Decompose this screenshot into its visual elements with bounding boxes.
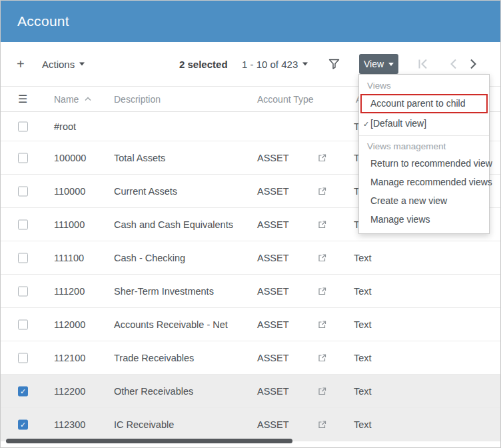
column-header-name-label: Name bbox=[54, 94, 79, 105]
row-checkbox[interactable] bbox=[18, 253, 28, 263]
view-button-label: View bbox=[364, 59, 384, 69]
cell-attribute: Text bbox=[354, 386, 372, 397]
cell-account-type: ASSET bbox=[257, 286, 289, 297]
menu-item-label: Account parent to child bbox=[370, 98, 465, 109]
cell-description: Cash and Cash Equivalents bbox=[114, 219, 233, 230]
cell-description: Sher-Term Investments bbox=[114, 286, 214, 297]
external-link-icon[interactable] bbox=[318, 153, 326, 162]
cell-attribute: Text bbox=[354, 253, 372, 263]
sort-ascending-icon bbox=[85, 97, 91, 101]
menu-item-label: Return to recommended view bbox=[370, 158, 492, 169]
external-link-icon[interactable] bbox=[318, 320, 326, 329]
external-link-icon[interactable] bbox=[318, 387, 326, 395]
column-menu-icon[interactable]: ☰ bbox=[18, 94, 27, 105]
table-row[interactable]: 111100 Cash - Checking ASSET Text bbox=[1, 241, 500, 275]
menu-item[interactable]: Create a new view bbox=[359, 191, 489, 210]
external-link-icon[interactable] bbox=[318, 187, 326, 195]
menu-item[interactable]: Return to recommended view bbox=[359, 154, 489, 173]
cell-name: 111000 bbox=[54, 219, 85, 230]
cell-account-type: ASSET bbox=[257, 253, 289, 263]
menu-item[interactable]: Account parent to child bbox=[360, 94, 488, 113]
cell-description: Cash - Checking bbox=[114, 253, 185, 263]
cell-description: Current Assets bbox=[114, 186, 177, 197]
chevron-down-icon bbox=[302, 63, 308, 66]
cell-attribute: Text bbox=[354, 319, 372, 330]
cell-account-type: ASSET bbox=[257, 319, 289, 330]
row-checkbox[interactable] bbox=[18, 121, 28, 131]
menu-item-label: [Default view] bbox=[370, 118, 426, 129]
pagination-label: 1 - 10 of 423 bbox=[242, 59, 298, 70]
table-row[interactable]: 112200 Other Receivables ASSET Text bbox=[1, 375, 500, 408]
row-checkbox[interactable] bbox=[18, 219, 28, 229]
cell-attribute: Text bbox=[354, 286, 372, 297]
page-title: Account bbox=[17, 13, 69, 29]
table-row[interactable]: 112000 Accounts Receivable - Net ASSET T… bbox=[1, 308, 500, 341]
horizontal-scrollbar-thumb[interactable] bbox=[6, 439, 292, 443]
cell-name: 112300 bbox=[54, 419, 85, 430]
cell-description: IC Receivable bbox=[114, 419, 174, 430]
external-link-icon[interactable] bbox=[318, 220, 326, 229]
view-menu: ViewsAccount parent to child✓[Default vi… bbox=[358, 74, 490, 234]
cell-name: 111200 bbox=[54, 286, 85, 297]
page-title-bar: Account bbox=[1, 1, 500, 42]
cell-description: Other Receivables bbox=[114, 386, 193, 397]
menu-section-title: Views management bbox=[359, 135, 489, 154]
cell-name: 110000 bbox=[54, 186, 85, 197]
menu-item[interactable]: Manage recommended views bbox=[359, 173, 489, 191]
column-header-account-type[interactable]: Account Type bbox=[257, 94, 314, 105]
menu-item-label: Manage views bbox=[370, 214, 430, 225]
view-button[interactable]: View bbox=[359, 54, 398, 74]
cell-account-type: ASSET bbox=[257, 386, 289, 397]
cell-description: Accounts Receivable - Net bbox=[114, 319, 228, 330]
cell-description: Trade Receivables bbox=[114, 353, 194, 363]
column-header-description[interactable]: Description bbox=[114, 94, 161, 105]
cell-attribute: Text bbox=[354, 353, 372, 363]
actions-dropdown[interactable]: Actions bbox=[42, 59, 85, 70]
menu-item-label: Create a new view bbox=[370, 195, 447, 206]
row-checkbox[interactable] bbox=[18, 319, 28, 329]
selected-count: 2 selected bbox=[179, 59, 228, 70]
cell-description: Total Assets bbox=[114, 153, 165, 163]
table-row[interactable]: 112300 IC Receivable ASSET Text bbox=[1, 408, 500, 441]
cell-account-type: ASSET bbox=[257, 353, 289, 363]
row-checkbox[interactable] bbox=[18, 186, 28, 196]
pagination-dropdown[interactable]: 1 - 10 of 423 bbox=[242, 59, 308, 70]
previous-page-icon[interactable] bbox=[450, 59, 457, 69]
next-page-icon[interactable] bbox=[470, 59, 477, 69]
table-row[interactable]: 111200 Sher-Term Investments ASSET Text bbox=[1, 275, 500, 308]
external-link-icon[interactable] bbox=[318, 353, 326, 362]
cell-account-type: ASSET bbox=[257, 186, 289, 197]
cell-account-type: ASSET bbox=[257, 219, 289, 230]
menu-item-label: Manage recommended views bbox=[370, 177, 492, 187]
table-row[interactable]: 112100 Trade Receivables ASSET Text bbox=[1, 341, 500, 375]
menu-item[interactable]: Manage views bbox=[359, 210, 489, 229]
first-page-icon[interactable] bbox=[418, 59, 428, 69]
filter-icon[interactable] bbox=[328, 59, 340, 69]
row-checkbox[interactable] bbox=[18, 353, 28, 363]
cell-account-type: ASSET bbox=[257, 153, 289, 163]
actions-label: Actions bbox=[42, 59, 75, 70]
row-checkbox[interactable] bbox=[18, 153, 28, 163]
chevron-down-icon bbox=[79, 63, 85, 66]
chevron-down-icon bbox=[388, 63, 394, 66]
cell-name: 100000 bbox=[54, 153, 86, 163]
cell-name: #root bbox=[54, 121, 76, 132]
menu-item[interactable]: ✓[Default view] bbox=[359, 114, 489, 133]
cell-attribute: Text bbox=[354, 419, 372, 430]
external-link-icon[interactable] bbox=[318, 420, 326, 429]
row-checkbox[interactable] bbox=[18, 419, 28, 429]
checkmark-icon: ✓ bbox=[363, 119, 369, 129]
cell-name: 112100 bbox=[54, 353, 85, 363]
cell-name: 112200 bbox=[54, 386, 85, 397]
external-link-icon[interactable] bbox=[318, 287, 326, 295]
cell-account-type: ASSET bbox=[257, 419, 289, 430]
account-window: Account + Actions 2 selected 1 - 10 of 4… bbox=[0, 0, 501, 448]
external-link-icon[interactable] bbox=[318, 253, 326, 262]
row-checkbox[interactable] bbox=[18, 286, 28, 296]
column-header-name[interactable]: Name bbox=[54, 94, 91, 105]
cell-name: 111100 bbox=[54, 253, 84, 263]
row-checkbox[interactable] bbox=[18, 386, 28, 396]
menu-section-title: Views bbox=[359, 77, 489, 93]
add-button[interactable]: + bbox=[13, 55, 29, 73]
cell-name: 112000 bbox=[54, 319, 85, 330]
